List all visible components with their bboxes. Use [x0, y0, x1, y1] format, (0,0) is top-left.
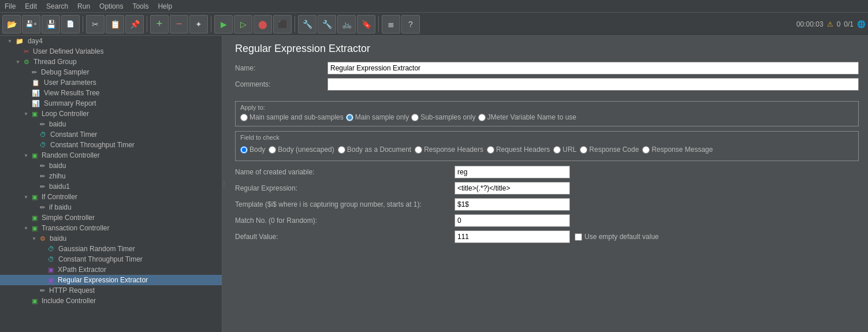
sidebar-item-loop-controller[interactable]: ▼▣Loop Controller	[0, 109, 222, 119]
apply-sub-label[interactable]: Sub-samples only	[411, 113, 475, 121]
field-input-default-value[interactable]	[455, 230, 570, 243]
sidebar-item-baidu1[interactable]: ✏baidu1	[0, 181, 222, 192]
sidebar-item-gaussian-timer[interactable]: ⏱Gaussian Random Timer	[0, 244, 222, 254]
sidebar-item-baidu-sampler[interactable]: ✏baidu	[0, 119, 222, 129]
panel-title: Regular Expression Extractor	[226, 36, 868, 59]
sidebar-item-constant-throughput-timer[interactable]: ⏱Constant Throughput Timer	[0, 140, 222, 150]
sidebar-item-if-controller[interactable]: ▼▣If Controller	[0, 192, 222, 202]
field-body-doc-radio[interactable]	[338, 146, 345, 154]
sidebar-item-if-baidu[interactable]: ✏if baidu	[0, 202, 222, 212]
sidebar-item-thread-group[interactable]: ▼⚙Thread Group	[0, 57, 222, 67]
sidebar-item-simple-controller[interactable]: ▣Simple Controller	[0, 212, 222, 223]
sep3	[211, 16, 211, 32]
field-to-check-fieldset: Field to check Body Body (unescaped) Bod…	[235, 131, 859, 161]
menu-file[interactable]: File	[0, 1, 20, 12]
remote-stop-button[interactable]: 🔧	[318, 15, 336, 33]
shutdown-button[interactable]: ⬛	[273, 15, 292, 33]
sidebar-item-baidu2[interactable]: ✏baidu	[0, 161, 222, 171]
sidebar-item-constant-timer[interactable]: ⏱Constant Timer	[0, 129, 222, 140]
sidebar-label-user-parameters: User Parameters	[44, 79, 96, 87]
apply-jmeter-radio[interactable]	[478, 114, 486, 121]
menu-search[interactable]: Search	[42, 1, 73, 12]
sidebar-item-transaction-controller[interactable]: ▼▣Transaction Controller	[0, 223, 222, 233]
sidebar-icon-constant-throughput-timer: ⏱	[40, 141, 46, 148]
apply-sub-radio[interactable]	[411, 114, 419, 121]
sidebar-item-day4[interactable]: ▼📁day4	[0, 36, 222, 46]
save-all-button[interactable]: 💾+	[22, 15, 40, 33]
field-response-code-label[interactable]: Response Code	[580, 146, 639, 154]
open-button[interactable]: 📂	[2, 15, 21, 33]
menu-options[interactable]: Options	[95, 1, 128, 12]
function-helper-button[interactable]: ≣	[382, 15, 400, 33]
field-body-radio[interactable]	[240, 146, 248, 154]
empty-default-label[interactable]: Use empty default value	[584, 233, 659, 241]
sidebar-item-debug-sampler[interactable]: ✏Debug Sampler	[0, 67, 222, 77]
sidebar-item-include-controller[interactable]: ▣Include Controller	[0, 296, 222, 306]
remote-start-button[interactable]: 🔧	[298, 15, 316, 33]
field-response-code-radio[interactable]	[580, 146, 587, 154]
expand-arrow-if-controller: ▼	[24, 195, 28, 200]
comments-input[interactable]	[327, 78, 859, 91]
field-response-message-label[interactable]: Response Message	[642, 146, 713, 154]
sidebar-item-xpath-extractor[interactable]: ▣XPath Extractor	[0, 264, 222, 275]
sidebar-label-if-baidu: if baidu	[49, 203, 72, 211]
sidebar-item-random-controller[interactable]: ▼▣Random Controller	[0, 150, 222, 161]
sidebar-item-http-request[interactable]: ✏HTTP Request	[0, 285, 222, 296]
field-request-headers-radio[interactable]	[487, 146, 494, 154]
sidebar-label-include-controller: Include Controller	[42, 297, 96, 305]
sidebar-item-baidu-tc[interactable]: ▼⚙baidu	[0, 233, 222, 244]
start-button[interactable]: ▶	[214, 15, 233, 33]
field-body-unescaped-text: Body (unescaped)	[278, 146, 334, 154]
sidebar-item-zhihu[interactable]: ✏zhihu	[0, 171, 222, 181]
field-body-unescaped-radio[interactable]	[269, 146, 276, 154]
stop-button[interactable]: ⬤	[254, 15, 272, 33]
field-url-radio[interactable]	[553, 146, 561, 154]
remote-clear-button[interactable]: 🔖	[357, 15, 375, 33]
field-body-unescaped-label[interactable]: Body (unescaped)	[269, 146, 334, 154]
name-input[interactable]	[327, 62, 859, 74]
sidebar-item-view-results-tree[interactable]: 📊View Results Tree	[0, 88, 222, 98]
sidebar-icon-gaussian-timer: ⏱	[48, 245, 54, 252]
apply-main-sub-radio[interactable]	[240, 114, 248, 121]
save-button[interactable]: 💾	[42, 15, 60, 33]
start-no-pause-button[interactable]: ▷	[234, 15, 252, 33]
cut-button[interactable]: ✂	[86, 15, 105, 33]
apply-main-radio[interactable]	[346, 114, 353, 121]
field-request-headers-label[interactable]: Request Headers	[487, 146, 550, 154]
name-section: Name: Comments:	[226, 59, 868, 96]
menu-edit[interactable]: Edit	[20, 1, 42, 12]
copy-button[interactable]: 📋	[106, 15, 124, 33]
save-as-button[interactable]: 📄	[61, 15, 80, 33]
apply-main-label[interactable]: Main sample only	[346, 113, 409, 121]
sidebar-item-user-parameters[interactable]: 📋User Parameters	[0, 77, 222, 88]
field-url-label[interactable]: URL	[553, 146, 576, 154]
clear-button[interactable]: ✦	[189, 15, 208, 33]
empty-default-checkbox[interactable]	[575, 233, 582, 241]
field-response-headers-radio[interactable]	[415, 146, 422, 154]
help-button[interactable]: ?	[401, 15, 420, 33]
menu-run[interactable]: Run	[73, 1, 95, 12]
field-input-regex[interactable]	[455, 182, 570, 195]
add-button[interactable]: +	[150, 15, 169, 33]
paste-button[interactable]: 📌	[125, 15, 144, 33]
sidebar-item-summary-report[interactable]: 📊Summary Report	[0, 98, 222, 109]
sidebar-item-regex-extractor[interactable]: ▣Regular Expression Extractor	[0, 275, 222, 285]
remove-button[interactable]: −	[170, 15, 188, 33]
field-response-message-radio[interactable]	[642, 146, 650, 154]
field-body-doc-label[interactable]: Body as a Document	[338, 146, 411, 154]
field-input-match-no[interactable]	[455, 214, 570, 227]
apply-main-sub-label[interactable]: Main sample and sub-samples	[240, 113, 344, 121]
sidebar-label-xpath-extractor: XPath Extractor	[58, 266, 106, 274]
sidebar-item-user-defined-vars[interactable]: ✂User Defined Variables	[0, 46, 222, 57]
apply-jmeter-label[interactable]: JMeter Variable Name to use	[478, 113, 577, 121]
remote-shutdown-button[interactable]: 🚲	[337, 15, 356, 33]
field-input-template[interactable]	[455, 198, 570, 211]
field-body-text: Body	[249, 146, 265, 154]
field-input-created-var[interactable]	[455, 166, 570, 178]
menu-help[interactable]: Help	[153, 1, 177, 12]
sidebar-icon-user-parameters: 📋	[32, 79, 40, 87]
sidebar-item-constant-throughput-timer2[interactable]: ⏱Constant Throughput Timer	[0, 254, 222, 264]
menu-tools[interactable]: Tools	[128, 1, 153, 12]
field-response-headers-label[interactable]: Response Headers	[415, 146, 483, 154]
field-body-label[interactable]: Body	[240, 146, 265, 154]
